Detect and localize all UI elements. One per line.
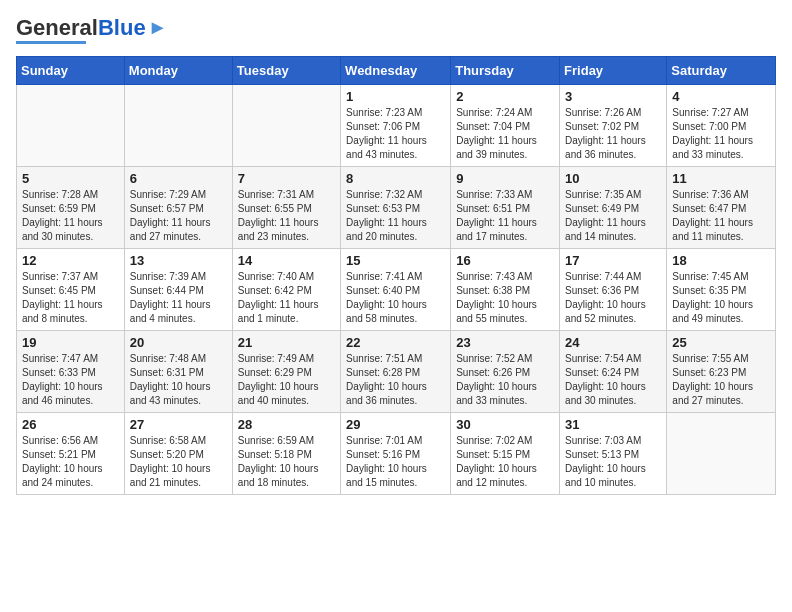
day-info: Sunrise: 6:58 AM Sunset: 5:20 PM Dayligh…	[130, 434, 227, 490]
calendar-day-cell: 6Sunrise: 7:29 AM Sunset: 6:57 PM Daylig…	[124, 167, 232, 249]
day-info: Sunrise: 7:44 AM Sunset: 6:36 PM Dayligh…	[565, 270, 661, 326]
day-number: 12	[22, 253, 119, 268]
calendar-week-row: 1Sunrise: 7:23 AM Sunset: 7:06 PM Daylig…	[17, 85, 776, 167]
day-info: Sunrise: 7:28 AM Sunset: 6:59 PM Dayligh…	[22, 188, 119, 244]
calendar-day-cell: 19Sunrise: 7:47 AM Sunset: 6:33 PM Dayli…	[17, 331, 125, 413]
calendar-day-cell: 17Sunrise: 7:44 AM Sunset: 6:36 PM Dayli…	[560, 249, 667, 331]
day-info: Sunrise: 7:02 AM Sunset: 5:15 PM Dayligh…	[456, 434, 554, 490]
day-number: 13	[130, 253, 227, 268]
day-info: Sunrise: 7:55 AM Sunset: 6:23 PM Dayligh…	[672, 352, 770, 408]
day-number: 5	[22, 171, 119, 186]
weekday-header-row: SundayMondayTuesdayWednesdayThursdayFrid…	[17, 57, 776, 85]
day-number: 1	[346, 89, 445, 104]
day-number: 4	[672, 89, 770, 104]
day-info: Sunrise: 7:31 AM Sunset: 6:55 PM Dayligh…	[238, 188, 335, 244]
day-number: 17	[565, 253, 661, 268]
calendar-empty-cell	[667, 413, 776, 495]
day-info: Sunrise: 7:35 AM Sunset: 6:49 PM Dayligh…	[565, 188, 661, 244]
calendar-day-cell: 21Sunrise: 7:49 AM Sunset: 6:29 PM Dayli…	[232, 331, 340, 413]
day-number: 3	[565, 89, 661, 104]
day-number: 31	[565, 417, 661, 432]
day-number: 20	[130, 335, 227, 350]
calendar-day-cell: 7Sunrise: 7:31 AM Sunset: 6:55 PM Daylig…	[232, 167, 340, 249]
day-info: Sunrise: 7:48 AM Sunset: 6:31 PM Dayligh…	[130, 352, 227, 408]
day-info: Sunrise: 7:36 AM Sunset: 6:47 PM Dayligh…	[672, 188, 770, 244]
calendar-day-cell: 11Sunrise: 7:36 AM Sunset: 6:47 PM Dayli…	[667, 167, 776, 249]
day-number: 7	[238, 171, 335, 186]
calendar-day-cell: 28Sunrise: 6:59 AM Sunset: 5:18 PM Dayli…	[232, 413, 340, 495]
calendar-week-row: 5Sunrise: 7:28 AM Sunset: 6:59 PM Daylig…	[17, 167, 776, 249]
calendar-day-cell: 1Sunrise: 7:23 AM Sunset: 7:06 PM Daylig…	[341, 85, 451, 167]
day-number: 29	[346, 417, 445, 432]
calendar-day-cell: 5Sunrise: 7:28 AM Sunset: 6:59 PM Daylig…	[17, 167, 125, 249]
weekday-header-saturday: Saturday	[667, 57, 776, 85]
day-number: 18	[672, 253, 770, 268]
day-info: Sunrise: 6:56 AM Sunset: 5:21 PM Dayligh…	[22, 434, 119, 490]
calendar-day-cell: 4Sunrise: 7:27 AM Sunset: 7:00 PM Daylig…	[667, 85, 776, 167]
calendar-empty-cell	[124, 85, 232, 167]
calendar-empty-cell	[232, 85, 340, 167]
weekday-header-sunday: Sunday	[17, 57, 125, 85]
day-info: Sunrise: 7:40 AM Sunset: 6:42 PM Dayligh…	[238, 270, 335, 326]
weekday-header-monday: Monday	[124, 57, 232, 85]
calendar-day-cell: 13Sunrise: 7:39 AM Sunset: 6:44 PM Dayli…	[124, 249, 232, 331]
calendar-day-cell: 29Sunrise: 7:01 AM Sunset: 5:16 PM Dayli…	[341, 413, 451, 495]
day-info: Sunrise: 7:03 AM Sunset: 5:13 PM Dayligh…	[565, 434, 661, 490]
calendar-day-cell: 2Sunrise: 7:24 AM Sunset: 7:04 PM Daylig…	[451, 85, 560, 167]
day-number: 25	[672, 335, 770, 350]
calendar-day-cell: 26Sunrise: 6:56 AM Sunset: 5:21 PM Dayli…	[17, 413, 125, 495]
day-number: 30	[456, 417, 554, 432]
day-info: Sunrise: 7:47 AM Sunset: 6:33 PM Dayligh…	[22, 352, 119, 408]
day-number: 15	[346, 253, 445, 268]
day-info: Sunrise: 7:23 AM Sunset: 7:06 PM Dayligh…	[346, 106, 445, 162]
logo-text: GeneralBlue	[16, 17, 146, 39]
calendar-week-row: 12Sunrise: 7:37 AM Sunset: 6:45 PM Dayli…	[17, 249, 776, 331]
calendar-day-cell: 12Sunrise: 7:37 AM Sunset: 6:45 PM Dayli…	[17, 249, 125, 331]
calendar-day-cell: 10Sunrise: 7:35 AM Sunset: 6:49 PM Dayli…	[560, 167, 667, 249]
day-info: Sunrise: 7:52 AM Sunset: 6:26 PM Dayligh…	[456, 352, 554, 408]
logo-arrow-icon: ►	[148, 16, 168, 39]
day-number: 22	[346, 335, 445, 350]
day-info: Sunrise: 7:39 AM Sunset: 6:44 PM Dayligh…	[130, 270, 227, 326]
calendar-day-cell: 24Sunrise: 7:54 AM Sunset: 6:24 PM Dayli…	[560, 331, 667, 413]
weekday-header-tuesday: Tuesday	[232, 57, 340, 85]
calendar-table: SundayMondayTuesdayWednesdayThursdayFrid…	[16, 56, 776, 495]
day-info: Sunrise: 6:59 AM Sunset: 5:18 PM Dayligh…	[238, 434, 335, 490]
weekday-header-friday: Friday	[560, 57, 667, 85]
calendar-day-cell: 20Sunrise: 7:48 AM Sunset: 6:31 PM Dayli…	[124, 331, 232, 413]
page-header: GeneralBlue ►	[16, 16, 776, 44]
weekday-header-thursday: Thursday	[451, 57, 560, 85]
day-info: Sunrise: 7:32 AM Sunset: 6:53 PM Dayligh…	[346, 188, 445, 244]
day-info: Sunrise: 7:37 AM Sunset: 6:45 PM Dayligh…	[22, 270, 119, 326]
day-info: Sunrise: 7:29 AM Sunset: 6:57 PM Dayligh…	[130, 188, 227, 244]
day-info: Sunrise: 7:45 AM Sunset: 6:35 PM Dayligh…	[672, 270, 770, 326]
logo-underline	[16, 41, 86, 44]
calendar-week-row: 26Sunrise: 6:56 AM Sunset: 5:21 PM Dayli…	[17, 413, 776, 495]
calendar-day-cell: 22Sunrise: 7:51 AM Sunset: 6:28 PM Dayli…	[341, 331, 451, 413]
calendar-day-cell: 25Sunrise: 7:55 AM Sunset: 6:23 PM Dayli…	[667, 331, 776, 413]
day-number: 21	[238, 335, 335, 350]
day-number: 16	[456, 253, 554, 268]
day-number: 8	[346, 171, 445, 186]
calendar-day-cell: 18Sunrise: 7:45 AM Sunset: 6:35 PM Dayli…	[667, 249, 776, 331]
day-info: Sunrise: 7:54 AM Sunset: 6:24 PM Dayligh…	[565, 352, 661, 408]
day-number: 27	[130, 417, 227, 432]
calendar-day-cell: 31Sunrise: 7:03 AM Sunset: 5:13 PM Dayli…	[560, 413, 667, 495]
day-info: Sunrise: 7:01 AM Sunset: 5:16 PM Dayligh…	[346, 434, 445, 490]
day-info: Sunrise: 7:41 AM Sunset: 6:40 PM Dayligh…	[346, 270, 445, 326]
day-number: 26	[22, 417, 119, 432]
day-info: Sunrise: 7:27 AM Sunset: 7:00 PM Dayligh…	[672, 106, 770, 162]
day-info: Sunrise: 7:33 AM Sunset: 6:51 PM Dayligh…	[456, 188, 554, 244]
calendar-day-cell: 30Sunrise: 7:02 AM Sunset: 5:15 PM Dayli…	[451, 413, 560, 495]
calendar-day-cell: 27Sunrise: 6:58 AM Sunset: 5:20 PM Dayli…	[124, 413, 232, 495]
day-info: Sunrise: 7:26 AM Sunset: 7:02 PM Dayligh…	[565, 106, 661, 162]
day-info: Sunrise: 7:51 AM Sunset: 6:28 PM Dayligh…	[346, 352, 445, 408]
day-number: 14	[238, 253, 335, 268]
logo: GeneralBlue ►	[16, 16, 167, 44]
day-info: Sunrise: 7:43 AM Sunset: 6:38 PM Dayligh…	[456, 270, 554, 326]
calendar-day-cell: 9Sunrise: 7:33 AM Sunset: 6:51 PM Daylig…	[451, 167, 560, 249]
day-info: Sunrise: 7:49 AM Sunset: 6:29 PM Dayligh…	[238, 352, 335, 408]
day-number: 9	[456, 171, 554, 186]
day-number: 2	[456, 89, 554, 104]
day-info: Sunrise: 7:24 AM Sunset: 7:04 PM Dayligh…	[456, 106, 554, 162]
